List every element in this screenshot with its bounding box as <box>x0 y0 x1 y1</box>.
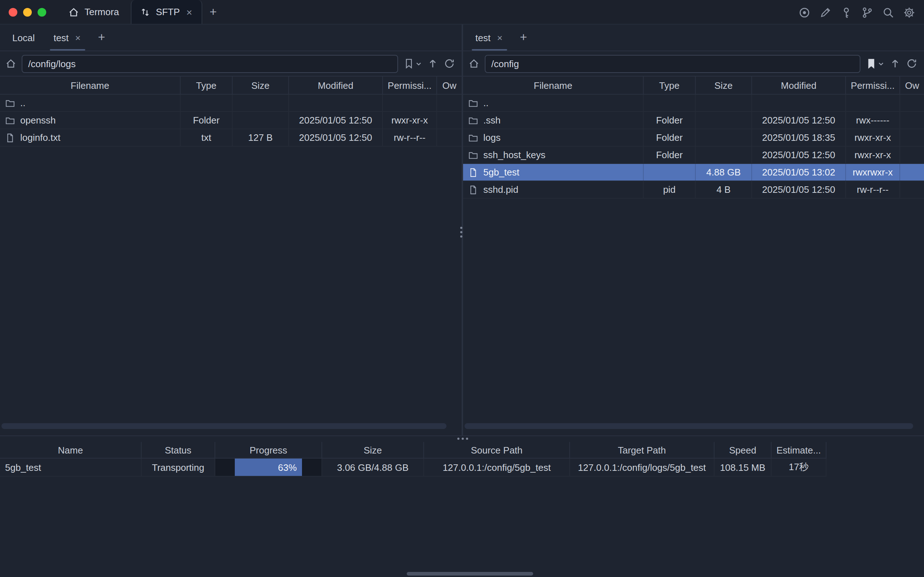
bookmark-button[interactable] <box>403 56 422 71</box>
header-size[interactable]: Size <box>322 442 424 458</box>
cell-type: Folder <box>181 112 233 129</box>
left-file-pane: Local test × + Filename <box>0 24 462 435</box>
tab-local[interactable]: Local <box>3 24 44 50</box>
header-progress[interactable]: Progress <box>215 442 322 458</box>
cell-size <box>696 129 752 146</box>
filename-label: .. <box>483 97 489 108</box>
file-row-logs[interactable]: logs Folder 2025/01/05 18:35 rwxr-xr-x <box>463 129 924 147</box>
file-row-sshd-pid[interactable]: sshd.pid pid 4 B 2025/01/05 12:50 rw-r--… <box>463 181 924 198</box>
edit-icon[interactable] <box>819 6 832 18</box>
close-tab-icon[interactable]: × <box>496 33 503 42</box>
home-directory-button[interactable] <box>5 56 17 71</box>
header-name[interactable]: Name <box>0 442 142 458</box>
refresh-button[interactable] <box>906 56 918 71</box>
header-size[interactable]: Size <box>233 77 289 94</box>
folder-icon <box>468 98 478 108</box>
left-path-input[interactable] <box>22 55 398 73</box>
key-icon[interactable] <box>840 6 853 18</box>
header-modified[interactable]: Modified <box>752 77 846 94</box>
refresh-button[interactable] <box>443 56 455 71</box>
cell-permissions <box>383 95 437 111</box>
right-horizontal-scrollbar[interactable] <box>464 423 922 429</box>
parent-directory-button[interactable] <box>427 56 439 71</box>
cell-progress: 63% <box>215 459 322 476</box>
cell-size <box>696 112 752 129</box>
add-session-tab-button[interactable]: + <box>91 24 112 50</box>
filename-label: .. <box>20 97 25 108</box>
cell-filename: openssh <box>0 112 181 129</box>
zoom-window-button[interactable] <box>37 8 46 16</box>
header-owner[interactable]: Ow <box>900 77 924 94</box>
pane-splitter[interactable] <box>462 24 463 435</box>
cell-type: Folder <box>644 112 696 129</box>
bookmark-button[interactable] <box>866 56 884 71</box>
header-modified[interactable]: Modified <box>289 77 383 94</box>
file-row-5gb-test-selected[interactable]: 5gb_test 4.88 GB 2025/01/05 13:02 rwxrwx… <box>463 164 924 181</box>
header-owner[interactable]: Ow <box>437 77 462 94</box>
header-status[interactable]: Status <box>142 442 215 458</box>
tab-test-left[interactable]: test × <box>44 24 91 50</box>
record-icon[interactable] <box>798 6 811 18</box>
close-tab-icon[interactable]: × <box>74 33 81 42</box>
minimize-window-button[interactable] <box>23 8 32 16</box>
tab-test-right[interactable]: test × <box>466 24 513 50</box>
window-horizontal-scrollbar[interactable] <box>407 572 533 575</box>
cell-modified <box>752 95 846 111</box>
file-row-ssh-host-keys[interactable]: ssh_host_keys Folder 2025/01/05 12:50 rw… <box>463 147 924 164</box>
tab-test-label: test <box>476 32 490 43</box>
right-pathbar <box>463 51 924 76</box>
header-permissions[interactable]: Permissi... <box>846 77 900 94</box>
cell-owner <box>900 95 924 111</box>
cell-filename: ssh_host_keys <box>463 147 644 163</box>
traffic-lights <box>0 0 56 24</box>
close-window-button[interactable] <box>9 8 17 16</box>
right-path-input[interactable] <box>485 55 860 73</box>
header-permissions[interactable]: Permissi... <box>383 77 437 94</box>
refresh-icon <box>443 58 455 69</box>
tab-termora[interactable]: Termora <box>56 0 131 24</box>
splitter-dots <box>457 438 468 440</box>
new-tab-button[interactable]: + <box>202 0 224 24</box>
transfer-panel-splitter[interactable] <box>0 436 924 442</box>
right-table-header: Filename Type Size Modified Permissi... … <box>463 76 924 95</box>
header-source-path[interactable]: Source Path <box>424 442 570 458</box>
progress-label: 63% <box>278 462 297 473</box>
settings-gear-icon[interactable] <box>903 6 915 18</box>
cell-owner <box>900 164 924 181</box>
parent-directory-button[interactable] <box>889 56 901 71</box>
transfer-table-header: Name Status Progress Size Source Path Ta… <box>0 442 826 459</box>
tab-sftp[interactable]: SFTP × <box>131 0 202 24</box>
cell-modified: 2025/01/05 18:35 <box>752 129 846 146</box>
cell-owner <box>437 129 462 146</box>
cell-size: 4.88 GB <box>696 164 752 181</box>
home-directory-button[interactable] <box>468 56 480 71</box>
left-pathbar <box>0 51 462 76</box>
header-filename[interactable]: Filename <box>463 77 644 94</box>
header-size[interactable]: Size <box>696 77 752 94</box>
header-type[interactable]: Type <box>644 77 696 94</box>
header-type[interactable]: Type <box>181 77 233 94</box>
cell-speed: 108.15 MB <box>714 459 772 476</box>
cell-owner <box>900 129 924 146</box>
header-target-path[interactable]: Target Path <box>570 442 714 458</box>
cell-size: 127 B <box>233 129 289 146</box>
transfer-row-5gb-test[interactable]: 5gb_test Transporting 63% 3.06 GB/4.88 G… <box>0 459 826 477</box>
header-speed[interactable]: Speed <box>714 442 772 458</box>
file-row-ssh[interactable]: .ssh Folder 2025/01/05 12:50 rwx------ <box>463 112 924 129</box>
cell-type: txt <box>181 129 233 146</box>
close-tab-icon[interactable]: × <box>185 7 193 17</box>
git-branch-icon[interactable] <box>861 6 873 18</box>
cell-size: 4 B <box>696 181 752 198</box>
cell-filename: .. <box>0 95 181 111</box>
header-estimate[interactable]: Estimate... <box>772 442 826 458</box>
cell-owner <box>437 112 462 129</box>
cell-permissions: rw-r--r-- <box>846 181 900 198</box>
file-row-loginfo[interactable]: loginfo.txt txt 127 B 2025/01/05 12:50 r… <box>0 129 462 147</box>
search-icon[interactable] <box>882 6 894 18</box>
file-row-parent-dir[interactable]: .. <box>463 95 924 112</box>
file-row-openssh[interactable]: openssh Folder 2025/01/05 12:50 rwxr-xr-… <box>0 112 462 129</box>
header-filename[interactable]: Filename <box>0 77 181 94</box>
left-horizontal-scrollbar[interactable] <box>2 423 460 429</box>
add-session-tab-button[interactable]: + <box>513 24 534 50</box>
file-row-parent-dir[interactable]: .. <box>0 95 462 112</box>
